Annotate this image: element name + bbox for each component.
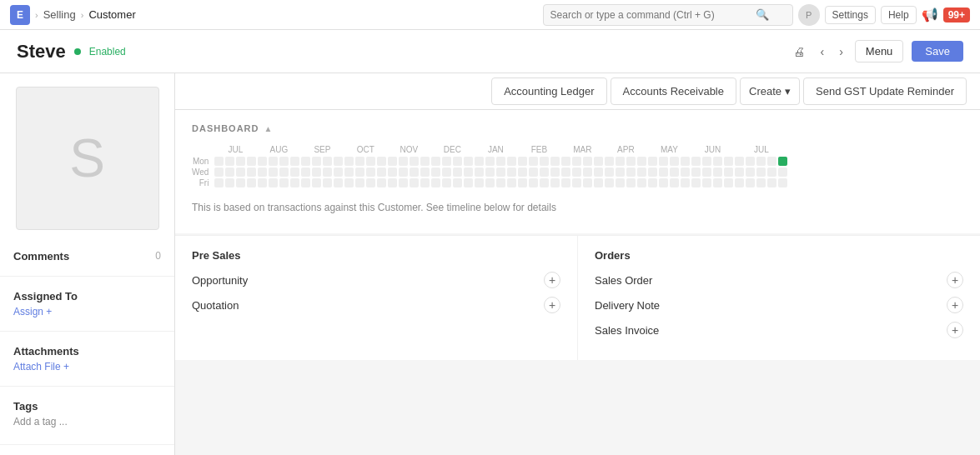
heatmap-cell[interactable] — [713, 168, 722, 177]
attach-file-button[interactable]: Attach File + — [13, 361, 161, 372]
heatmap-cell[interactable] — [767, 157, 776, 166]
heatmap-cell[interactable] — [583, 157, 592, 166]
heatmap-cell[interactable] — [410, 178, 419, 188]
heatmap-cell[interactable] — [344, 157, 354, 166]
heatmap-cell[interactable] — [485, 157, 495, 166]
heatmap-cell[interactable] — [442, 157, 451, 166]
heatmap-cell[interactable] — [399, 157, 408, 166]
heatmap-cell[interactable] — [691, 168, 701, 177]
heatmap-cell[interactable] — [550, 157, 560, 166]
add-doc-button[interactable]: + — [947, 322, 963, 338]
heatmap-cell[interactable] — [518, 178, 527, 188]
heatmap-cell[interactable] — [301, 168, 310, 177]
heatmap-cell[interactable] — [236, 178, 245, 188]
heatmap-cell[interactable] — [355, 168, 364, 177]
heatmap-cell[interactable] — [496, 178, 505, 188]
tab-accounts-receivable[interactable]: Accounts Receivable — [611, 78, 736, 105]
heatmap-cell[interactable] — [312, 178, 321, 188]
heatmap-cell[interactable] — [702, 168, 711, 177]
heatmap-cell[interactable] — [312, 157, 321, 166]
heatmap-cell[interactable] — [247, 157, 256, 166]
heatmap-cell[interactable] — [605, 178, 614, 188]
tab-accounting-ledger[interactable]: Accounting Ledger — [491, 78, 606, 105]
app-icon[interactable]: E — [10, 5, 30, 25]
heatmap-cell[interactable] — [670, 157, 679, 166]
heatmap-cell[interactable] — [594, 168, 603, 177]
heatmap-cell[interactable] — [702, 178, 711, 188]
heatmap-cell[interactable] — [431, 178, 440, 188]
prev-button[interactable]: ‹ — [817, 42, 827, 62]
heatmap-cell[interactable] — [355, 178, 364, 188]
heatmap-cell[interactable] — [366, 178, 375, 188]
heatmap-cell[interactable] — [442, 168, 451, 177]
heatmap-cell[interactable] — [778, 157, 787, 166]
heatmap-cell[interactable] — [756, 157, 766, 166]
heatmap-cell[interactable] — [605, 168, 614, 177]
heatmap-cell[interactable] — [442, 178, 451, 188]
heatmap-cell[interactable] — [735, 168, 744, 177]
heatmap-cell[interactable] — [301, 178, 310, 188]
heatmap-cell[interactable] — [464, 157, 473, 166]
heatmap-cell[interactable] — [637, 178, 646, 188]
heatmap-cell[interactable] — [410, 157, 419, 166]
menu-button[interactable]: Menu — [855, 40, 904, 62]
heatmap-cell[interactable] — [518, 168, 527, 177]
heatmap-cell[interactable] — [420, 168, 430, 177]
heatmap-cell[interactable] — [637, 157, 646, 166]
heatmap-cell[interactable] — [713, 157, 722, 166]
heatmap-cell[interactable] — [637, 168, 646, 177]
heatmap-cell[interactable] — [290, 157, 299, 166]
heatmap-cell[interactable] — [312, 168, 321, 177]
heatmap-cell[interactable] — [735, 178, 744, 188]
heatmap-cell[interactable] — [453, 178, 462, 188]
heatmap-cell[interactable] — [713, 178, 722, 188]
heatmap-cell[interactable] — [561, 157, 570, 166]
heatmap-cell[interactable] — [572, 178, 581, 188]
help-button[interactable]: Help — [881, 6, 917, 24]
heatmap-cell[interactable] — [323, 178, 332, 188]
add-doc-button[interactable]: + — [544, 272, 560, 288]
heatmap-cell[interactable] — [594, 178, 603, 188]
heatmap-cell[interactable] — [279, 157, 289, 166]
heatmap-cell[interactable] — [301, 157, 310, 166]
heatmap-cell[interactable] — [377, 178, 386, 188]
heatmap-cell[interactable] — [735, 157, 744, 166]
heatmap-cell[interactable] — [540, 178, 549, 188]
heatmap-cell[interactable] — [778, 178, 787, 188]
heatmap-cell[interactable] — [420, 178, 430, 188]
heatmap-cell[interactable] — [258, 157, 267, 166]
heatmap-cell[interactable] — [659, 168, 668, 177]
heatmap-cell[interactable] — [258, 178, 267, 188]
heatmap-cell[interactable] — [496, 168, 505, 177]
heatmap-cell[interactable] — [410, 168, 419, 177]
heatmap-cell[interactable] — [258, 168, 267, 177]
heatmap-cell[interactable] — [648, 168, 657, 177]
settings-button[interactable]: Settings — [825, 6, 876, 24]
heatmap-cell[interactable] — [214, 178, 224, 188]
heatmap-cell[interactable] — [453, 168, 462, 177]
heatmap-cell[interactable] — [225, 178, 234, 188]
heatmap-cell[interactable] — [756, 168, 766, 177]
heatmap-cell[interactable] — [648, 157, 657, 166]
heatmap-cell[interactable] — [388, 168, 397, 177]
heatmap-cell[interactable] — [767, 168, 776, 177]
heatmap-cell[interactable] — [616, 168, 625, 177]
tab-send-gst[interactable]: Send GST Update Reminder — [803, 78, 967, 105]
heatmap-cell[interactable] — [453, 157, 462, 166]
heatmap-cell[interactable] — [290, 178, 299, 188]
heatmap-cell[interactable] — [616, 157, 625, 166]
heatmap-cell[interactable] — [247, 168, 256, 177]
heatmap-cell[interactable] — [529, 157, 538, 166]
add-doc-button[interactable]: + — [947, 272, 963, 288]
heatmap-cell[interactable] — [475, 178, 484, 188]
heatmap-cell[interactable] — [702, 157, 711, 166]
heatmap-cell[interactable] — [290, 168, 299, 177]
heatmap-cell[interactable] — [691, 157, 701, 166]
heatmap-cell[interactable] — [464, 178, 473, 188]
heatmap-cell[interactable] — [626, 157, 636, 166]
heatmap-cell[interactable] — [691, 178, 701, 188]
heatmap-cell[interactable] — [518, 157, 527, 166]
search-bar[interactable]: 🔍 — [543, 4, 793, 26]
dashboard-header[interactable]: DASHBOARD ▲ — [192, 123, 963, 133]
next-button[interactable]: › — [836, 42, 847, 62]
